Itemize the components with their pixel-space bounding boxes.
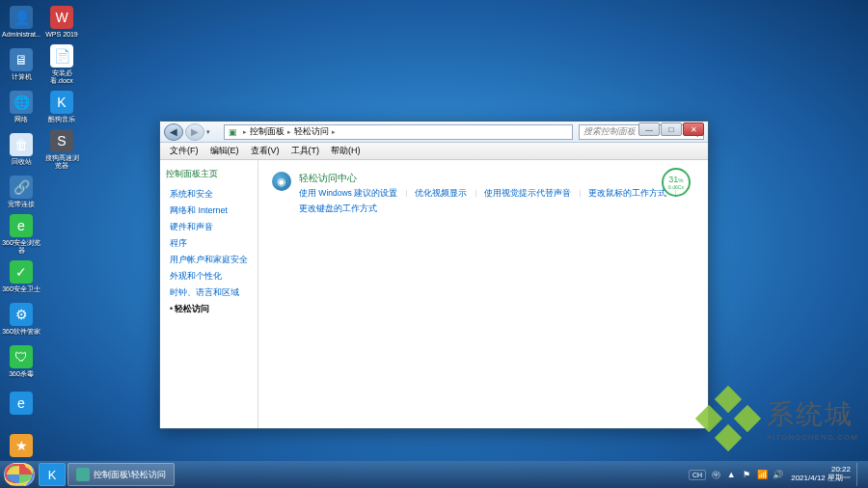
icon-label: Administrat... (2, 31, 41, 39)
sidebar-item[interactable]: 网络和 Internet (170, 204, 252, 217)
close-button[interactable]: ✕ (683, 122, 704, 136)
watermark: 系统城 XITONGCHENG.COM (697, 388, 858, 449)
icon-label: 宽带连接 (8, 201, 35, 208)
maximize-button[interactable]: □ (661, 122, 682, 136)
language-indicator[interactable]: CH (689, 470, 706, 480)
folder-icon: ▣ (229, 127, 237, 137)
start-button[interactable] (4, 463, 35, 486)
icon-label: 搜狗高速浏览器 (42, 154, 81, 169)
app-icon: 🌐 (10, 91, 33, 114)
app-icon: 🔗 (10, 176, 33, 199)
app-icon: K (50, 91, 73, 114)
desktop-icon[interactable]: 🖥计算机 (2, 44, 41, 85)
icon-label: 360安全卫士 (2, 285, 41, 293)
tray-icon[interactable]: ▲ (725, 469, 737, 480)
app-icon: 🛡 (10, 345, 33, 368)
taskbar-item-icon (76, 468, 90, 481)
content-link[interactable]: 优化视频显示 (415, 188, 467, 200)
desktop-icon[interactable]: 🌐网络 (2, 87, 41, 127)
desktop-icon[interactable]: 👤Administrat... (2, 2, 41, 42)
section-title[interactable]: 轻松访问中心 (299, 172, 694, 185)
menu-item[interactable]: 查看(V) (245, 143, 285, 159)
desktop-icon[interactable]: S搜狗高速浏览器 (42, 129, 81, 170)
minimize-button[interactable]: — (638, 122, 660, 136)
desktop-icon[interactable]: 📄安装必看.docx (42, 44, 81, 85)
nav-history-dropdown[interactable]: ▾ (206, 128, 218, 136)
content-link[interactable]: 使用视觉提示代替声音 (484, 188, 571, 200)
icon-label: 安装必看.docx (42, 69, 81, 84)
sidebar: 控制面板主页 系统和安全网络和 Internet硬件和声音程序用户帐户和家庭安全… (160, 160, 258, 428)
search-placeholder: 搜索控制面板 (583, 125, 636, 138)
desktop-icon[interactable]: ✓360安全卫士 (2, 257, 41, 297)
watermark-url: XITONGCHENG.COM (767, 433, 858, 442)
app-icon: ✓ (10, 260, 33, 284)
desktop-icon[interactable]: 🗑回收站 (2, 129, 41, 170)
sidebar-item[interactable]: 硬件和声音 (170, 221, 252, 233)
nav-forward-button[interactable]: ▶ (185, 123, 204, 141)
app-icon: e (10, 392, 33, 415)
icon-label: 网络 (14, 116, 28, 123)
desktop-icon[interactable]: 🔗宽带连接 (2, 172, 41, 212)
app-icon: e (10, 214, 33, 237)
app-icon: ⚙ (10, 303, 33, 326)
desktop-icon[interactable]: WWPS 2019 (42, 2, 81, 42)
icon-label: 360软件管家 (2, 328, 41, 336)
flag-icon[interactable]: ⚑ (741, 469, 752, 480)
ease-of-access-icon: ◉ (272, 172, 291, 191)
taskbar-item-control-panel[interactable]: 控制面板\轻松访问 (68, 463, 175, 486)
watermark-text: 系统城 (767, 396, 858, 433)
desktop-icon[interactable]: e (2, 384, 41, 424)
desktop-icon[interactable]: e360安全浏览器 (2, 214, 41, 255)
content-link[interactable]: 更改键盘的工作方式 (299, 203, 377, 215)
taskbar-item-label: 控制面板\轻松访问 (94, 469, 166, 481)
menu-item[interactable]: 工具(T) (285, 143, 326, 159)
sidebar-item[interactable]: 用户帐户和家庭安全 (170, 254, 252, 266)
percentage-badge: 31% 6 d6Cs (662, 168, 691, 197)
network-icon[interactable]: 📶 (756, 469, 768, 480)
clock[interactable]: 20:22 2021/4/12 星期一 (791, 466, 851, 483)
sidebar-header[interactable]: 控制面板主页 (166, 168, 252, 180)
app-icon: S (50, 129, 73, 152)
app-icon: 🗑 (10, 133, 33, 156)
app-icon: 🖥 (10, 48, 33, 71)
address-bar[interactable]: ▣ ▸ 控制面板 ▸ 轻松访问 ▸ (224, 124, 573, 140)
icon-label: 360杀毒 (9, 370, 34, 378)
link-divider: | (579, 188, 581, 200)
menu-item[interactable]: 编辑(E) (204, 143, 245, 159)
nav-back-button[interactable]: ◀ (164, 123, 183, 141)
pinned-kugou[interactable]: K (39, 463, 66, 486)
desktop-icon[interactable]: K酷狗音乐 (42, 87, 81, 127)
titlebar: ◀ ▶ ▾ ▣ ▸ 控制面板 ▸ 轻松访问 ▸ 搜索控制面板 🔍 (160, 122, 708, 143)
system-tray: CH ㊥ ▲ ⚑ 📶 🔊 20:22 2021/4/12 星期一 (689, 463, 864, 486)
breadcrumb-current[interactable]: 轻松访问 (294, 125, 329, 138)
app-icon: ★ (10, 434, 33, 457)
taskbar: K 控制面板\轻松访问 CH ㊥ ▲ ⚑ 📶 🔊 20:22 2021/4/12… (0, 461, 868, 488)
link-divider: | (405, 188, 407, 200)
content-area: 31% 6 d6Cs ◉ 轻松访问中心 使用 Windows 建议的设置|优化视… (258, 160, 708, 428)
menubar: 文件(F)编辑(E)查看(V)工具(T)帮助(H) (160, 143, 708, 160)
menu-item[interactable]: 文件(F) (164, 143, 204, 159)
window-controls: — □ ✕ (638, 122, 704, 136)
sidebar-item[interactable]: 外观和个性化 (170, 270, 252, 283)
app-icon: 📄 (50, 44, 73, 68)
show-desktop-button[interactable] (856, 463, 864, 486)
ime-icon[interactable]: ㊥ (710, 469, 721, 480)
desktop-icon[interactable]: ⚙360软件管家 (2, 299, 41, 339)
sidebar-item[interactable]: 时钟、语言和区域 (170, 286, 252, 299)
link-divider: | (475, 188, 476, 200)
content-link[interactable]: 使用 Windows 建议的设置 (299, 188, 397, 200)
sidebar-item[interactable]: •轻松访问 (170, 303, 252, 315)
desktop-icon[interactable]: 🛡360杀毒 (2, 341, 41, 382)
sidebar-item[interactable]: 系统和安全 (170, 188, 252, 201)
app-icon: W (50, 6, 73, 29)
icon-label: 计算机 (12, 73, 32, 81)
icon-label: WPS 2019 (45, 31, 77, 39)
content-link[interactable]: 更改鼠标的工作方式 (588, 188, 666, 200)
icon-label: 360安全浏览器 (2, 239, 41, 254)
menu-item[interactable]: 帮助(H) (325, 143, 366, 159)
control-panel-window: — □ ✕ ◀ ▶ ▾ ▣ ▸ 控制面板 ▸ 轻松访问 ▸ 搜索控制面板 🔍 文… (159, 121, 709, 429)
volume-icon[interactable]: 🔊 (772, 469, 783, 480)
sidebar-item[interactable]: 程序 (170, 237, 252, 250)
app-icon: 👤 (10, 6, 33, 29)
breadcrumb-root[interactable]: 控制面板 (250, 125, 285, 138)
